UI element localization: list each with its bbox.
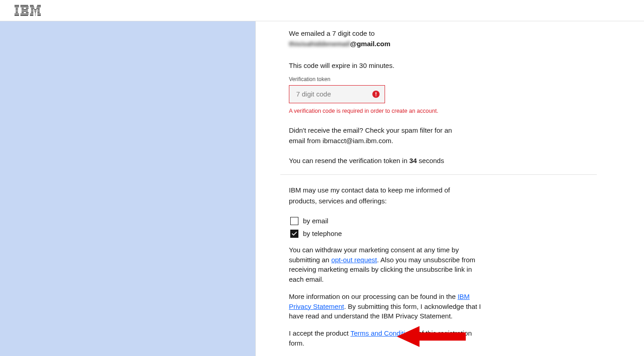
svg-rect-40	[376, 92, 376, 95]
svg-rect-33	[30, 14, 34, 14]
main-area: We emailed a 7 digit code to thisisahidd…	[0, 21, 644, 356]
svg-rect-37	[35, 15, 36, 16]
svg-rect-27	[31, 11, 34, 12]
resend-suffix: seconds	[417, 157, 444, 164]
svg-rect-3	[16, 10, 18, 10]
svg-rect-38	[38, 15, 41, 16]
consent-email-checkbox[interactable]	[290, 217, 298, 225]
svg-rect-18	[30, 5, 34, 6]
svg-rect-16	[20, 14, 29, 14]
svg-rect-23	[36, 8, 40, 9]
svg-rect-21	[37, 6, 41, 7]
svg-rect-22	[31, 8, 35, 9]
svg-rect-28	[34, 11, 36, 12]
verification-label: Verification token	[289, 76, 488, 82]
emailed-code-text: We emailed a 7 digit code to	[289, 28, 488, 38]
svg-rect-31	[35, 12, 36, 13]
emailed-address: thisisahiddenemail@gmail.com	[289, 38, 488, 49]
consent-p3-a: I accept the product	[289, 329, 351, 337]
svg-rect-15	[26, 12, 29, 13]
svg-rect-10	[22, 8, 24, 9]
svg-rect-6	[15, 14, 19, 14]
consent-telephone-row[interactable]: by telephone	[290, 230, 488, 238]
svg-rect-12	[22, 10, 28, 10]
svg-rect-36	[30, 15, 34, 16]
consent-email-label: by email	[303, 217, 328, 225]
svg-rect-5	[16, 12, 18, 13]
svg-rect-9	[20, 6, 29, 7]
section-divider	[280, 174, 597, 175]
app-header	[0, 0, 644, 21]
svg-rect-26	[38, 10, 40, 10]
error-icon	[372, 91, 380, 98]
svg-rect-32	[38, 12, 40, 13]
svg-rect-0	[15, 5, 19, 6]
svg-rect-7	[15, 15, 19, 16]
verification-token-input[interactable]	[289, 85, 385, 103]
ibm-logo	[15, 5, 41, 16]
consent-paragraph-2: More information on our processing can b…	[289, 292, 484, 321]
verification-input-wrap	[289, 85, 385, 103]
svg-rect-35	[38, 14, 41, 14]
svg-rect-1	[15, 6, 19, 7]
svg-rect-29	[38, 11, 40, 12]
expire-text: This code will expire in 30 minutes.	[289, 60, 488, 71]
svg-rect-17	[20, 15, 28, 16]
svg-rect-4	[16, 11, 18, 12]
resend-text: You can resend the verification token in…	[289, 157, 488, 164]
resend-seconds: 34	[409, 157, 417, 164]
check-icon	[292, 231, 297, 236]
svg-rect-20	[30, 6, 34, 7]
consent-telephone-label: by telephone	[303, 230, 342, 237]
svg-rect-34	[35, 14, 35, 14]
svg-rect-25	[34, 10, 37, 10]
svg-rect-30	[31, 12, 34, 13]
svg-rect-13	[22, 11, 28, 12]
svg-rect-8	[20, 5, 28, 6]
consent-paragraph-3: I accept the product Terms and Condition…	[289, 328, 484, 348]
consent-p2-a: More information on our processing can b…	[289, 293, 458, 300]
consent-intro: IBM may use my contact data to keep me i…	[289, 185, 475, 206]
svg-rect-19	[37, 5, 41, 6]
svg-rect-24	[31, 10, 34, 10]
svg-rect-11	[26, 8, 29, 9]
svg-rect-14	[22, 12, 24, 13]
opt-out-link[interactable]: opt-out request	[331, 256, 377, 264]
email-localpart-blurred: thisisahiddenemail	[289, 38, 350, 49]
svg-rect-41	[376, 95, 376, 96]
form-content: We emailed a 7 digit code to thisisahidd…	[256, 21, 644, 356]
resend-prefix: You can resend the verification token in	[289, 157, 409, 164]
email-domain: @gmail.com	[350, 40, 390, 48]
consent-paragraph-1: You can withdraw your marketing consent …	[289, 245, 484, 284]
left-panel	[0, 21, 256, 356]
svg-rect-2	[16, 8, 18, 9]
terms-link[interactable]: Terms and Conditions	[351, 329, 416, 337]
spam-hint-text: Didn't receive the email? Check your spa…	[289, 125, 452, 146]
consent-telephone-checkbox[interactable]	[290, 230, 298, 238]
consent-email-row[interactable]: by email	[290, 217, 488, 225]
verification-error-msg: A verification code is required in order…	[289, 108, 488, 114]
